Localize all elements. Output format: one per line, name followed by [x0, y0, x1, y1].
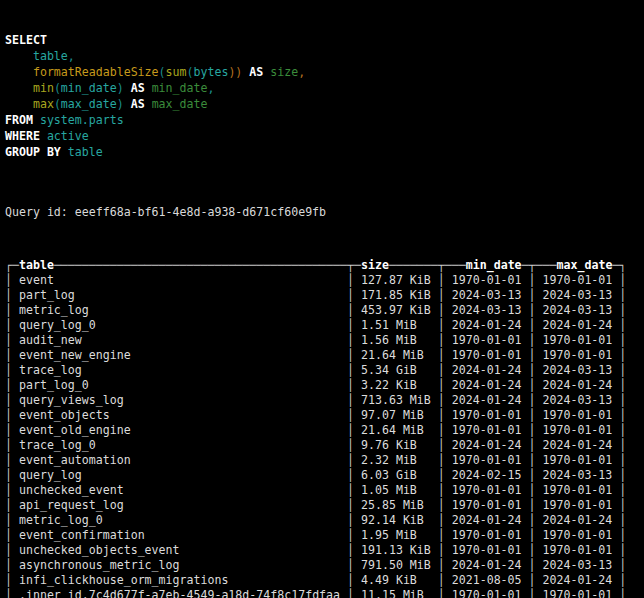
cell-pad: [522, 423, 529, 437]
sql-token: WHERE: [5, 129, 40, 143]
cell-pad: [431, 453, 438, 467]
cell-max_date: 1970-01-01: [543, 453, 613, 468]
cell-max_date: 1970-01-01: [543, 528, 613, 543]
cell-pad: [536, 408, 543, 422]
table-border: │: [619, 423, 626, 437]
table-border: │: [529, 378, 536, 392]
table-border: │: [529, 408, 536, 422]
table-border: │: [619, 468, 626, 482]
table-border: │: [438, 483, 445, 497]
cell-table: trace_log: [19, 363, 340, 378]
cell-pad: [522, 363, 529, 377]
column-header-max_date: max_date: [557, 258, 613, 272]
table-row: │ part_log │ 171.85 KiB │ 2024-03-13 │ 2…: [5, 288, 644, 303]
table-border: │: [5, 453, 12, 467]
table-border: │: [529, 573, 536, 587]
cell-table: .inner_id.7c4d677f-a7eb-4549-a18d-74f8c1…: [19, 588, 340, 598]
cell-min_date: 1970-01-01: [452, 543, 522, 558]
cell-pad: [445, 498, 452, 512]
cell-pad: [522, 558, 529, 572]
cell-size: 1.56 MiB: [361, 333, 431, 348]
sql-token: [5, 49, 33, 63]
sql-token: [33, 113, 40, 127]
cell-min_date: 1970-01-01: [452, 588, 522, 598]
cell-pad: [12, 558, 19, 572]
cell-size: 92.14 KiB: [361, 513, 431, 528]
cell-pad: [340, 318, 347, 332]
sql-token: min_date: [152, 81, 208, 95]
table-row: │ event_old_engine │ 21.64 MiB │ 1970-01…: [5, 423, 644, 438]
sql-token: min: [33, 81, 54, 95]
cell-pad: [354, 378, 361, 392]
cell-pad: [445, 543, 452, 557]
cell-pad: [354, 573, 361, 587]
cell-max_date: 1970-01-01: [543, 348, 613, 363]
table-row: │ query_views_log │ 713.63 MiB │ 2024-01…: [5, 393, 644, 408]
sql-token: (: [54, 81, 61, 95]
cell-pad: [445, 483, 452, 497]
table-border: │: [5, 558, 12, 572]
cell-pad: [431, 558, 438, 572]
cell-max_date: 2024-03-13: [543, 288, 613, 303]
cell-max_date: 1970-01-01: [543, 498, 613, 513]
cell-pad: [536, 543, 543, 557]
table-border: │: [347, 453, 354, 467]
cell-pad: [522, 498, 529, 512]
table-border: │: [347, 303, 354, 317]
cell-min_date: 1970-01-01: [452, 498, 522, 513]
cell-pad: [522, 453, 529, 467]
table-border: │: [619, 378, 626, 392]
cell-pad: [536, 558, 543, 572]
table-border: │: [438, 363, 445, 377]
cell-table: infi_clickhouse_orm_migrations: [19, 573, 340, 588]
table-border: │: [347, 318, 354, 332]
table-border: │: [5, 588, 12, 598]
table-border: │: [529, 423, 536, 437]
cell-pad: [354, 588, 361, 598]
cell-pad: [354, 453, 361, 467]
cell-pad: [354, 498, 361, 512]
table-border: │: [5, 288, 12, 302]
cell-pad: [340, 453, 347, 467]
table-border: │: [5, 468, 12, 482]
cell-pad: [536, 453, 543, 467]
cell-pad: [445, 423, 452, 437]
cell-pad: [536, 513, 543, 527]
sql-line: max(max_date) AS max_date: [5, 96, 644, 112]
cell-pad: [12, 348, 19, 362]
column-header-min_date: min_date: [466, 258, 522, 272]
cell-pad: [354, 528, 361, 542]
cell-pad: [536, 348, 543, 362]
table-border: │: [347, 483, 354, 497]
table-border: │: [5, 528, 12, 542]
table-border: │: [347, 393, 354, 407]
cell-pad: [354, 363, 361, 377]
cell-pad: [445, 303, 452, 317]
table-border: │: [619, 498, 626, 512]
cell-size: 2.32 MiB: [361, 453, 431, 468]
table-border: │: [438, 558, 445, 572]
terminal-screen[interactable]: SELECT table, formatReadableSize(sum(byt…: [0, 0, 644, 598]
table-row: │ infi_clickhouse_orm_migrations │ 4.49 …: [5, 573, 644, 588]
cell-pad: [445, 438, 452, 452]
cell-min_date: 2024-01-24: [452, 438, 522, 453]
cell-table: part_log: [19, 288, 340, 303]
table-border: │: [347, 498, 354, 512]
cell-pad: [431, 483, 438, 497]
cell-size: 5.34 GiB: [361, 363, 431, 378]
table-border: │: [5, 348, 12, 362]
table-border: │: [5, 543, 12, 557]
cell-pad: [12, 528, 19, 542]
table-border: │: [347, 333, 354, 347]
table-border: │: [438, 303, 445, 317]
cell-pad: [522, 513, 529, 527]
table-border: ┬: [438, 258, 445, 272]
table-border: │: [347, 348, 354, 362]
table-border: │: [5, 483, 12, 497]
table-border: │: [529, 558, 536, 572]
table-border: │: [347, 363, 354, 377]
table-border: │: [619, 408, 626, 422]
sql-token: [5, 97, 33, 111]
sql-token: size: [270, 65, 298, 79]
table-border: │: [347, 438, 354, 452]
